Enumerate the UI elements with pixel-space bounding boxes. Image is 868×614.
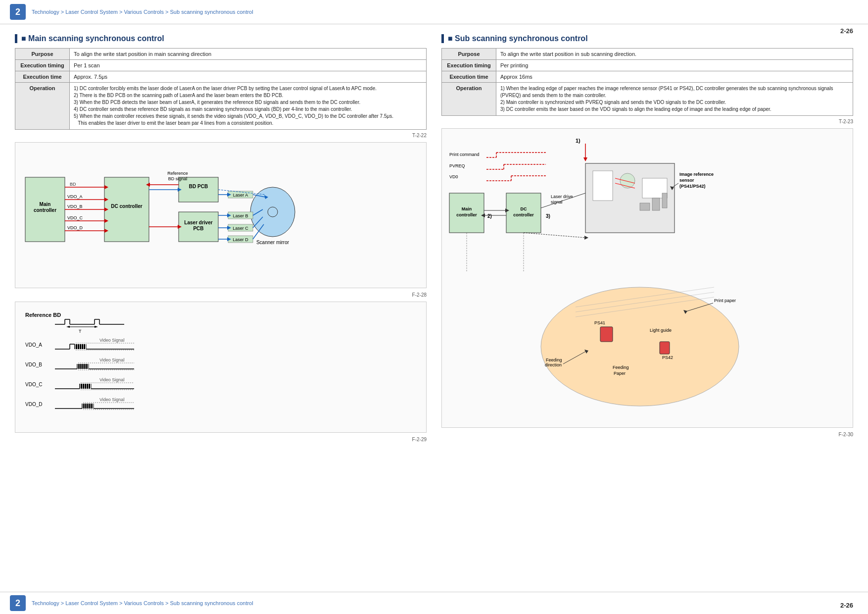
svg-text:BD signal: BD signal (168, 176, 188, 181)
purpose-label: Purpose (15, 49, 70, 60)
table-row: Operation 1) DC controller forcibly emit… (15, 83, 427, 130)
svg-line-190 (524, 233, 585, 238)
svg-rect-171 (600, 327, 613, 342)
svg-rect-156 (593, 171, 613, 201)
svg-text:VDO_D: VDO_D (25, 402, 42, 407)
svg-text:Feeding: Feeding (613, 365, 629, 370)
fig-label-f228: F-2-28 (15, 292, 427, 298)
footer-breadcrumb: Technology > Laser Control System > Vari… (32, 600, 253, 606)
svg-rect-79 (80, 344, 81, 349)
exec-timing-label: Execution timing (15, 60, 70, 71)
svg-text:DC controller: DC controller (111, 204, 142, 209)
svg-text:VDO_A: VDO_A (67, 194, 83, 199)
exec-timing-value: Per printing (496, 60, 853, 71)
svg-rect-116 (83, 404, 85, 409)
svg-rect-80 (82, 344, 83, 349)
sub-scan-svg: Print command PVREQ VD0 1) (447, 134, 833, 421)
svg-text:VDO_B: VDO_B (67, 204, 83, 209)
svg-rect-157 (620, 173, 635, 188)
svg-text:controller: controller (34, 207, 56, 213)
svg-text:BD PCB: BD PCB (189, 184, 208, 189)
svg-point-170 (541, 287, 739, 406)
timing-diagram: Reference BD T VDO_A (15, 302, 427, 433)
svg-rect-93 (84, 364, 86, 369)
svg-text:3): 3) (546, 213, 550, 219)
operation-label: Operation (15, 83, 70, 130)
svg-text:Laser D: Laser D (233, 237, 248, 242)
operation-value: 1) DC controller forcibly emits the lase… (70, 83, 427, 130)
svg-rect-90 (78, 364, 80, 369)
svg-rect-120 (91, 404, 93, 409)
bd-svg: Main controller DC controller BD PCB Las… (20, 148, 327, 281)
chapter-badge: 2 (10, 4, 26, 20)
svg-text:BD: BD (70, 182, 76, 187)
svg-text:signal: signal (551, 200, 563, 205)
footer: 2 Technology > Laser Control System > Va… (0, 592, 868, 614)
svg-rect-104 (83, 384, 84, 389)
bd-block-diagram: Main controller DC controller BD PCB Las… (15, 142, 427, 288)
purpose-label: Purpose (442, 49, 496, 60)
svg-text:PVREQ: PVREQ (449, 163, 465, 168)
fig-label-t222: T-2-22 (15, 133, 427, 138)
table-row: Operation 1) When the leading edge of pa… (442, 83, 853, 116)
svg-text:Print paper: Print paper (714, 298, 736, 303)
svg-text:Reference: Reference (167, 171, 188, 176)
svg-text:Main: Main (40, 202, 51, 207)
svg-text:VDO_B: VDO_B (25, 362, 42, 367)
fig-label-f230: F-2-30 (441, 432, 853, 437)
timing-svg: Reference BD T VDO_A (20, 307, 307, 426)
sub-scan-diagram: Print command PVREQ VD0 1) (441, 128, 853, 428)
svg-rect-107 (89, 384, 90, 389)
svg-rect-117 (85, 404, 87, 409)
svg-marker-191 (584, 236, 588, 240)
main-content: ■ Main scanning synchronous control Purp… (0, 24, 868, 449)
svg-rect-94 (86, 364, 88, 369)
svg-text:Video Signal: Video Signal (99, 358, 124, 362)
svg-text:VDO_C: VDO_C (67, 215, 83, 220)
svg-text:Paper: Paper (614, 371, 626, 376)
purpose-value: To align the write start position in mai… (70, 49, 427, 60)
svg-rect-103 (81, 384, 82, 389)
exec-time-value: Approx 16ms (496, 71, 853, 83)
svg-text:Video Signal: Video Signal (99, 338, 124, 343)
svg-rect-105 (85, 384, 86, 389)
svg-text:Video Signal: Video Signal (99, 377, 124, 382)
right-column: ■ Sub scanning synchronous control Purpo… (441, 34, 853, 444)
svg-rect-119 (89, 404, 91, 409)
svg-text:direction: direction (545, 362, 562, 367)
sub-scan-table: Purpose To align the write start positio… (441, 48, 853, 116)
svg-text:Image reference: Image reference (679, 172, 714, 177)
footer-chapter-badge: 2 (10, 595, 26, 611)
svg-rect-173 (660, 342, 670, 354)
svg-text:Print command: Print command (449, 152, 480, 157)
operation-value: 1) When the leading edge of paper reache… (496, 83, 853, 116)
page-number-top: 2-26 (840, 27, 853, 35)
breadcrumb: Technology > Laser Control System > Vari… (32, 9, 253, 15)
svg-text:Light guide: Light guide (650, 328, 672, 333)
svg-rect-106 (87, 384, 88, 389)
exec-timing-label: Execution timing (442, 60, 496, 71)
svg-rect-78 (78, 344, 79, 349)
svg-text:Laser driver: Laser driver (184, 220, 212, 225)
table-row: Purpose To align the write start positio… (442, 49, 853, 60)
exec-time-label: Execution time (442, 71, 496, 83)
svg-text:Laser C: Laser C (233, 226, 248, 231)
svg-text:Scanner mirror: Scanner mirror (256, 240, 289, 245)
svg-text:PCB: PCB (193, 226, 203, 231)
svg-text:VDO_C: VDO_C (25, 382, 42, 387)
left-column: ■ Main scanning synchronous control Purp… (15, 34, 427, 444)
svg-text:Main: Main (462, 206, 472, 211)
header: 2 Technology > Laser Control System > Va… (0, 0, 868, 24)
svg-marker-140 (583, 157, 587, 161)
svg-text:1): 1) (576, 138, 580, 144)
left-section-title: ■ Main scanning synchronous control (15, 34, 427, 43)
table-row: Execution time Approx. 7.5μs (15, 71, 427, 83)
fig-label-f229: F-2-29 (15, 437, 427, 442)
svg-text:controller: controller (513, 212, 534, 217)
svg-rect-3 (104, 177, 149, 242)
svg-text:VDO_A: VDO_A (25, 342, 42, 348)
svg-rect-91 (80, 364, 82, 369)
svg-text:sensor: sensor (679, 178, 694, 183)
svg-rect-77 (76, 344, 77, 349)
svg-text:VD0: VD0 (449, 174, 458, 179)
